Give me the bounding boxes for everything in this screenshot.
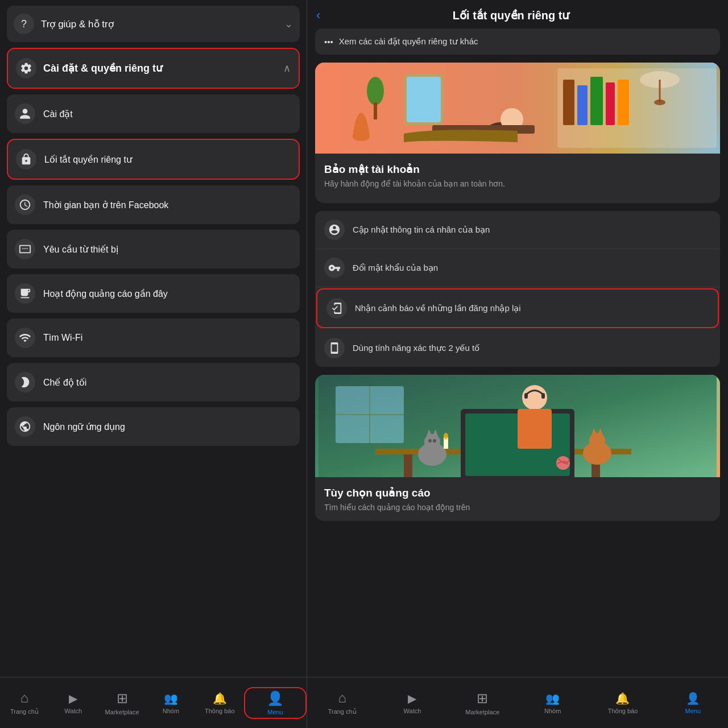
help-support-row[interactable]: ? Trợ giúp & hỗ trợ ⌄: [7, 6, 300, 42]
home-icon: ⌂: [20, 690, 29, 706]
svg-rect-2: [563, 80, 574, 125]
rnav-watch-label: Watch: [404, 708, 421, 714]
login-alerts-label: Nhận cảnh báo về những lần đăng nhập lại: [355, 303, 709, 313]
sidebar-item-time-on-fb[interactable]: Thời gian bạn ở trên Facebook: [7, 185, 300, 224]
notifications-icon: 🔔: [213, 692, 227, 705]
rnav-notifications-label: Thông báo: [608, 708, 638, 714]
svg-point-33: [428, 439, 432, 442]
nav-item-home[interactable]: ⌂ Trang chủ: [0, 690, 49, 715]
svg-point-34: [433, 439, 436, 442]
rnav-menu-label: Menu: [685, 708, 701, 714]
settings-privacy-header[interactable]: Cài đặt & quyền riêng tư ∧: [8, 49, 299, 88]
globe-icon: [15, 416, 35, 437]
time-on-fb-label: Thời gian bạn ở trên Facebook: [43, 200, 168, 210]
nav-watch-label: Watch: [64, 708, 82, 714]
security-options-list: Cập nhật thông tin cá nhân của bạn Đổi m…: [315, 211, 720, 367]
nav-item-watch[interactable]: ▶ Watch: [49, 692, 98, 714]
ad-icon: [15, 283, 35, 304]
nav-groups-label: Nhóm: [163, 708, 179, 714]
privacy-link-row[interactable]: ••• Xem các cài đặt quyền riêng tư khác: [315, 28, 720, 55]
key-icon: [324, 258, 345, 278]
svg-rect-43: [524, 393, 528, 399]
sidebar-item-language[interactable]: Ngôn ngữ ứng dụng: [7, 407, 300, 446]
device-request-label: Yêu cầu từ thiết bị: [43, 244, 118, 255]
security-option-login-alerts[interactable]: Nhận cảnh báo về những lần đăng nhập lại: [316, 288, 719, 328]
nav-item-marketplace[interactable]: ⊞ Marketplace: [98, 690, 147, 715]
rnav-home-label: Trang chủ: [328, 708, 357, 715]
svg-point-36: [589, 433, 605, 449]
rnav-marketplace-icon: ⊞: [477, 690, 488, 706]
watch-nav-icon: ▶: [69, 692, 77, 705]
groups-icon: 👥: [164, 692, 178, 705]
nav-home-label: Trang chủ: [10, 708, 39, 715]
security-option-two-factor[interactable]: Dùng tính năng xác thực 2 yếu tố: [315, 329, 720, 367]
sidebar-item-settings[interactable]: Cài đặt: [7, 94, 300, 133]
chevron-up-icon: ∧: [283, 62, 291, 75]
ad-desc: Tìm hiểu cách quảng cáo hoạt động trên: [324, 503, 711, 512]
phone-icon: [324, 338, 345, 358]
rnav-watch-icon: ▶: [408, 692, 416, 705]
svg-rect-6: [618, 80, 629, 125]
svg-rect-40: [518, 409, 552, 449]
right-content: ••• Xem các cài đặt quyền riêng tư khác: [307, 28, 728, 677]
dots-icon: •••: [324, 37, 333, 47]
ad-title: Tùy chọn quảng cáo: [324, 486, 711, 499]
svg-rect-44: [541, 393, 545, 399]
nav-item-menu[interactable]: 👤 Menu: [244, 687, 307, 719]
nav-menu-label: Menu: [267, 709, 283, 715]
ad-card: Tùy chọn quảng cáo Tìm hiểu cách quảng c…: [315, 477, 720, 521]
settings-label: Cài đặt: [43, 109, 73, 119]
svg-rect-16: [407, 77, 441, 122]
help-label: Trợ giúp & hỗ trợ: [41, 18, 114, 30]
svg-rect-14: [374, 102, 377, 119]
nav-notifications-label: Thông báo: [205, 708, 235, 714]
right-panel-title: Lối tắt quyền riêng tư: [327, 9, 695, 22]
rnav-item-notifications[interactable]: 🔔 Thông báo: [588, 692, 657, 714]
language-label: Ngôn ngữ ứng dụng: [43, 421, 125, 432]
nav-marketplace-label: Marketplace: [105, 709, 139, 715]
clock-icon: [15, 195, 35, 215]
sidebar-item-ad-activity[interactable]: Hoạt động quảng cáo gần đây: [7, 274, 300, 313]
rnav-item-home[interactable]: ⌂ Trang chủ: [307, 690, 377, 715]
wifi-label: Tìm Wi-Fi: [43, 333, 82, 343]
back-button[interactable]: ‹: [316, 8, 320, 23]
chevron-down-icon: ⌄: [284, 18, 293, 30]
left-bottom-nav: ⌂ Trang chủ ▶ Watch ⊞ Marketplace 👥 Nhóm…: [0, 677, 307, 728]
svg-point-9: [654, 100, 665, 105]
rnav-item-watch[interactable]: ▶ Watch: [377, 692, 447, 714]
svg-point-13: [367, 77, 384, 105]
svg-rect-5: [606, 82, 615, 125]
sidebar-item-privacy-shortcut[interactable]: Lối tắt quyền riêng tư: [7, 139, 300, 180]
svg-point-42: [444, 433, 448, 440]
menu-avatar-icon: 👤: [267, 690, 284, 706]
security-option-change-password[interactable]: Đổi mật khẩu của bạn: [315, 249, 720, 287]
rnav-notifications-icon: 🔔: [615, 692, 630, 705]
wifi-icon: [15, 328, 35, 348]
rnav-groups-label: Nhóm: [544, 708, 561, 714]
sidebar-item-device-request[interactable]: Yêu cầu từ thiết bị: [7, 230, 300, 268]
nav-item-groups[interactable]: 👥 Nhóm: [146, 692, 195, 714]
rnav-item-groups[interactable]: 👥 Nhóm: [518, 692, 588, 714]
left-content: ? Trợ giúp & hỗ trợ ⌄ Cài đặt & quyền ri…: [0, 0, 307, 677]
person-icon: [15, 104, 35, 124]
svg-rect-4: [590, 77, 603, 125]
svg-rect-3: [577, 85, 588, 125]
rnav-item-marketplace[interactable]: ⊞ Marketplace: [448, 690, 518, 715]
rnav-groups-icon: 👥: [545, 692, 560, 705]
privacy-link-label: Xem các cài đặt quyền riêng tư khác: [339, 36, 478, 47]
left-panel: ? Trợ giúp & hỗ trợ ⌄ Cài đặt & quyền ri…: [0, 0, 307, 728]
security-card: Bảo mật tài khoản Hãy hành động để tài k…: [315, 154, 720, 203]
nav-item-notifications[interactable]: 🔔 Thông báo: [195, 692, 244, 714]
lock-icon: [16, 149, 36, 169]
sidebar-item-dark-mode[interactable]: Chế độ tối: [7, 363, 300, 402]
sidebar-item-wifi[interactable]: Tìm Wi-Fi: [7, 318, 300, 357]
security-option-update-info[interactable]: Cập nhật thông tin cá nhân của bạn: [315, 211, 720, 249]
right-panel: ‹ Lối tắt quyền riêng tư ••• Xem các cài…: [307, 0, 728, 728]
help-icon: ?: [14, 14, 34, 34]
rnav-item-menu[interactable]: 👤 Menu: [658, 692, 728, 714]
two-factor-label: Dùng tính năng xác thực 2 yếu tố: [353, 343, 711, 353]
rnav-marketplace-label: Marketplace: [465, 709, 499, 715]
svg-point-30: [424, 434, 440, 450]
gear-icon: [16, 58, 36, 78]
ad-activity-label: Hoạt động quảng cáo gần đây: [43, 288, 168, 299]
